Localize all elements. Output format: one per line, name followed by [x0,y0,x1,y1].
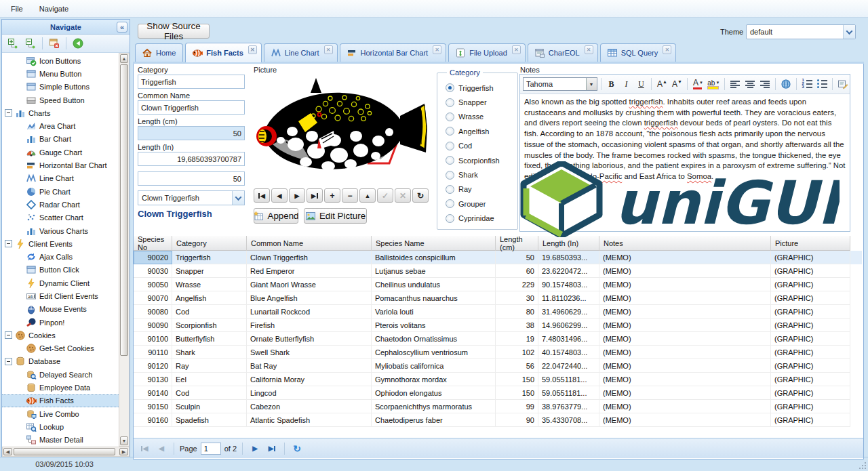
table-row[interactable]: 90160SpadefishAtlantic SpadefishChaetodi… [134,413,862,427]
sidebar-item-pinpon-[interactable]: Pinpon! [2,316,119,329]
nav-delete-button[interactable]: − [342,188,358,203]
tree-expander-icon[interactable] [5,240,12,247]
category-input[interactable]: Triggerfish [138,75,245,89]
tab-home[interactable]: Home [135,43,183,62]
radio-option-grouper[interactable]: Grouper [446,197,517,211]
sidebar-item-menu-button[interactable]: Menu Button [2,67,119,80]
highlight-color-button[interactable]: ab▼ [706,77,721,91]
link-globe-button[interactable] [779,77,793,91]
radio-icon[interactable] [446,214,454,223]
sidebar-item-charts[interactable]: Charts [2,106,119,119]
sidebar-item-horizontal-bar-chart[interactable]: Horizontal Bar Chart [2,159,119,171]
source-edit-button[interactable] [836,77,850,91]
chevron-down-icon[interactable] [232,191,244,205]
tab-horizontal-bar-chart[interactable]: Horizontal Bar Chart✕ [340,43,447,62]
table-row[interactable]: 90090ScorpionfishFirefishPterois volitan… [134,319,862,332]
sidebar-item-lookup[interactable]: Lookup [2,420,119,433]
radio-icon[interactable] [446,185,454,194]
table-row[interactable]: 90110SharkSwell SharkCephaloscyllium ven… [134,346,862,359]
radio-option-cod[interactable]: Cod [446,139,517,153]
length-in-input[interactable]: 19,6850393700787 [138,152,245,166]
radio-icon[interactable] [446,127,454,136]
append-button[interactable]: Append [254,208,298,224]
tree-expander-icon[interactable] [5,331,12,339]
nav-next-button[interactable]: ▶ [289,188,305,203]
column-header-length-cm-[interactable]: Length (cm) [496,236,538,251]
collapse-sidebar-button[interactable]: « [117,22,127,33]
radio-icon[interactable] [446,199,454,208]
sidebar-item-delayed-search[interactable]: Delayed Search [2,368,119,381]
nav-last-button[interactable]: ▶ [307,188,323,203]
sidebar-item-live-combo[interactable]: Live Combo [2,407,119,420]
radio-option-cyprinidae[interactable]: Cyprinidae [446,211,517,226]
nav-prior-button[interactable]: ◀ [271,188,288,203]
sidebar-item-gauge-chart[interactable]: Gauge Chart [2,146,119,159]
show-source-files-button[interactable]: Show Source Files [138,24,210,39]
radio-option-wrasse[interactable]: Wrasse [446,110,517,124]
refresh-icon[interactable]: ↻ [290,442,304,455]
sidebar-item-pie-chart[interactable]: Pie Chart [2,185,119,198]
sidebar-item-simple-buttons[interactable]: Simple Buttons [2,81,119,94]
radio-option-snapper[interactable]: Snapper [446,95,517,109]
expand-all-button[interactable] [5,36,20,51]
nav-insert-button[interactable]: + [324,188,340,203]
radio-icon[interactable] [446,156,454,165]
sidebar-item-database[interactable]: Database [2,355,119,368]
sidebar-item-employee-data[interactable]: Employee Data [2,381,119,394]
nav-first-button[interactable]: ◀ [254,188,270,203]
notes-text[interactable]: Also known as the big spotted triggerfis… [520,94,850,231]
table-row[interactable]: 90140CodLingcodOphiodon elongatus15059.0… [134,386,862,400]
close-icon[interactable]: ✕ [324,45,333,54]
common-name-combo[interactable]: Clown Triggerfish [138,190,245,205]
column-header-notes[interactable]: Notes [599,236,771,251]
scroll-thumb[interactable] [120,64,128,356]
first-page-button[interactable]: ◀ [138,442,151,455]
sidebar-item-area-chart[interactable]: Area Chart [2,119,119,132]
nav-refresh-button[interactable]: ↻ [412,188,429,203]
page-number-input[interactable]: 1 [201,443,221,455]
sidebar-item-various-charts[interactable]: Various Charts [2,224,119,237]
sidebar-item-mouse-events[interactable]: Mouse Events [2,303,119,316]
length2-input[interactable]: 50 [138,171,245,186]
font-name-select[interactable]: Tahoma▼ [523,77,597,91]
sidebar-item-ajax-calls[interactable]: Ajax Calls [2,250,119,263]
radio-icon[interactable] [446,112,454,121]
menu-item-file[interactable]: File [4,2,30,16]
table-row[interactable]: 90050WrasseGiant Maori WrasseCheilinus u… [134,278,862,291]
ordered-list-button[interactable]: 123 [800,77,814,91]
grow-font-button[interactable]: A▲ [655,77,669,91]
scroll-left-arrow[interactable]: ◀ [3,448,12,455]
column-header-species-no[interactable]: Species No [134,236,172,251]
menu-item-navigate[interactable]: Navigate [33,2,75,16]
tab-chareol[interactable]: CharEOL✕ [528,43,598,62]
tree-vscrollbar[interactable]: ▲ ▼ [119,53,130,447]
scroll-down-arrow[interactable]: ▼ [120,436,128,445]
font-color-button[interactable]: A▼ [691,77,705,91]
sidebar-item-icon-buttons[interactable]: Icon Buttons [2,54,119,67]
sidebar-item-client-events[interactable]: Client Events [2,237,119,250]
radio-option-ray[interactable]: Ray [446,182,517,197]
radio-option-shark[interactable]: Shark [446,167,517,182]
italic-button[interactable]: I [619,77,633,91]
sidebar-item-master-detail[interactable]: Master Detail [2,434,119,447]
sidebar-item-bar-chart[interactable]: Bar Chart [2,133,119,146]
radio-option-angelfish[interactable]: Angelfish [446,124,517,138]
radio-option-scorpionfish[interactable]: Scorpionfish [446,153,517,167]
close-icon[interactable]: ✕ [585,45,593,54]
column-header-picture[interactable]: Picture [771,236,850,251]
close-icon[interactable]: ✕ [248,45,257,54]
tree-expander-icon[interactable] [5,109,12,117]
align-right-button[interactable] [758,77,772,91]
table-row[interactable]: 90070AngelfishBlue AngelfishPomacanthus … [134,291,862,305]
sidebar-item-line-chart[interactable]: Line Chart [2,172,119,185]
bold-button[interactable]: B [604,77,618,91]
radio-icon[interactable] [446,98,454,107]
sidebar-item-button-click[interactable]: Button Click [2,264,119,277]
close-icon[interactable]: ✕ [433,45,441,54]
underline-button[interactable]: U [634,77,648,91]
last-page-button[interactable]: ▶ [265,442,279,455]
close-icon[interactable]: ✕ [663,45,671,54]
column-header-length-in-[interactable]: Length (In) [538,236,599,251]
shrink-font-button[interactable]: A▼ [670,77,684,91]
column-header-category[interactable]: Category [172,236,247,251]
